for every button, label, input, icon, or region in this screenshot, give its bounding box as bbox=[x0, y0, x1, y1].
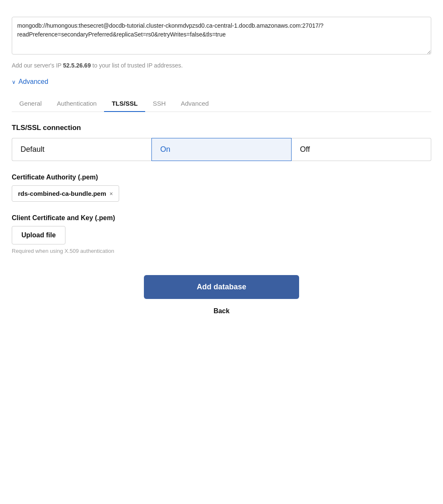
ip-address: 52.5.26.69 bbox=[63, 62, 91, 69]
advanced-toggle-label: Advanced bbox=[18, 78, 48, 86]
remove-certificate-icon[interactable]: × bbox=[109, 191, 113, 197]
tab-ssh[interactable]: SSH bbox=[145, 96, 173, 112]
back-link[interactable]: Back bbox=[12, 307, 431, 315]
tabs-container: GeneralAuthenticationTLS/SSLSSHAdvanced bbox=[12, 96, 431, 112]
client-certificate-section: Client Certificate and Key (.pem) Upload… bbox=[12, 214, 431, 254]
ip-notice-prefix: Add our server's IP bbox=[12, 62, 63, 69]
toggle-option-off[interactable]: Off bbox=[292, 138, 431, 161]
certificate-authority-filename: rds-combined-ca-bundle.pem bbox=[18, 190, 106, 197]
ip-notice-suffix: to your list of trusted IP addresses. bbox=[92, 62, 182, 69]
tab-tls-ssl[interactable]: TLS/SSL bbox=[104, 96, 145, 112]
tab-advanced[interactable]: Advanced bbox=[173, 96, 216, 112]
toggle-option-default[interactable]: Default bbox=[12, 138, 151, 161]
client-certificate-label: Client Certificate and Key (.pem) bbox=[12, 214, 431, 222]
certificate-authority-label: Certificate Authority (.pem) bbox=[12, 174, 431, 181]
chevron-down-icon: ∨ bbox=[12, 79, 16, 85]
toggle-option-on[interactable]: On bbox=[151, 138, 292, 161]
certificate-authority-section: Certificate Authority (.pem) rds-combine… bbox=[12, 174, 431, 202]
tls-ssl-section: TLS/SSL connection Default On Off bbox=[12, 124, 431, 161]
ip-notice: Add our server's IP 52.5.26.69 to your l… bbox=[12, 62, 431, 69]
client-certificate-hint: Required when using X.509 authentication bbox=[12, 248, 431, 254]
connection-string-section bbox=[12, 17, 431, 56]
advanced-toggle[interactable]: ∨ Advanced bbox=[12, 78, 431, 86]
connection-string-textarea[interactable] bbox=[12, 17, 431, 55]
tab-authentication[interactable]: Authentication bbox=[49, 96, 104, 112]
tls-ssl-title: TLS/SSL connection bbox=[12, 124, 431, 132]
toggle-group: Default On Off bbox=[12, 138, 431, 161]
add-database-button[interactable]: Add database bbox=[144, 275, 299, 299]
upload-file-button[interactable]: Upload file bbox=[12, 226, 65, 244]
tab-general[interactable]: General bbox=[12, 96, 49, 112]
certificate-authority-file-tag: rds-combined-ca-bundle.pem × bbox=[12, 185, 119, 202]
